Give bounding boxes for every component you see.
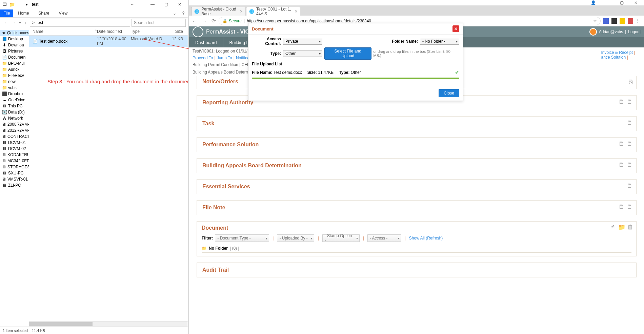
- col-type[interactable]: Type: [131, 29, 168, 34]
- no-folder-row[interactable]: 📁 No Folder | (0) |: [202, 246, 631, 253]
- tree-item[interactable]: 📘Desktop: [0, 36, 29, 42]
- tree-item[interactable]: 🖥This PC: [0, 103, 29, 109]
- tree-item[interactable]: 🖥SXU-PC: [0, 170, 29, 176]
- tablet-mode-icon[interactable]: ↔: [125, 0, 139, 9]
- show-all-link[interactable]: Show All (Refresh): [409, 236, 443, 241]
- export-icon[interactable]: ⎘: [629, 79, 633, 86]
- nav-recent-icon[interactable]: ▾: [19, 20, 21, 25]
- path-segment[interactable]: test: [37, 20, 43, 25]
- trash-icon[interactable]: 🗑: [627, 224, 633, 231]
- search-input[interactable]: Search test: [132, 19, 186, 27]
- folder-name-select[interactable]: - No Folder -: [420, 38, 459, 45]
- col-size[interactable]: Size: [168, 29, 188, 34]
- tree-item[interactable]: 🖥STORAGESVI: [0, 164, 29, 170]
- add-doc-icon-2[interactable]: 🗎: [627, 98, 633, 105]
- section-essential-services[interactable]: Essential Services🗎: [197, 179, 637, 194]
- filter-uploaded-by[interactable]: - Uploaded By -: [277, 234, 314, 242]
- tree-item[interactable]: ⬛Dropbox: [0, 91, 29, 97]
- username[interactable]: Adrian@vcbs: [599, 29, 623, 34]
- modal-close-icon[interactable]: ✕: [452, 25, 459, 32]
- logout-link[interactable]: Logout: [628, 29, 641, 34]
- browser-minimize[interactable]: —: [601, 0, 614, 5]
- section-audit-trail[interactable]: Audit Trail: [197, 263, 637, 277]
- browser-maximize[interactable]: ▢: [615, 0, 628, 5]
- add-icon[interactable]: 🗎: [619, 203, 625, 210]
- tree-item[interactable]: 📁vcbs: [0, 85, 29, 91]
- browser-tab-1[interactable]: 🌐PermAssist - Cloud Base×: [191, 7, 245, 16]
- add-icon-2[interactable]: 🗎: [627, 203, 633, 210]
- tree-item[interactable]: 🖥VMSVR-01: [0, 176, 29, 182]
- reload-icon[interactable]: ⟳: [212, 18, 216, 24]
- browser-close[interactable]: ✕: [629, 0, 643, 5]
- filter-document-type[interactable]: - Document Type -: [215, 234, 269, 242]
- tree-item[interactable]: 🖧Network: [0, 115, 29, 121]
- folder-icon[interactable]: 📁: [618, 224, 625, 231]
- back-icon[interactable]: ←: [192, 18, 197, 24]
- section-babd[interactable]: Building Appeals Board Determination🗎🗎: [197, 158, 637, 173]
- column-headers[interactable]: Name˄ Date modified Type Size: [29, 28, 188, 36]
- tree-item[interactable]: 🖥MC342-0EDC: [0, 158, 29, 164]
- filter-stamp-option[interactable]: - Stamp Option -: [322, 234, 360, 242]
- section-file-note[interactable]: File Note🗎🗎: [197, 200, 637, 215]
- nav-fwd-icon[interactable]: →: [12, 20, 16, 25]
- tree-item[interactable]: 🖥CONTRACTO: [0, 133, 29, 140]
- menu-icon[interactable]: ⋮: [636, 18, 641, 24]
- browser-tab-2[interactable]: 🌐TestVIC001 - Lot 1, 44A S×: [246, 7, 300, 16]
- add-icon[interactable]: 🗎: [619, 161, 625, 168]
- tree-item[interactable]: 💽Data (D:): [0, 109, 29, 115]
- col-date[interactable]: Date modified: [97, 29, 131, 34]
- ribbon-help-icon[interactable]: ?: [179, 11, 188, 16]
- tree-item[interactable]: 🖥2012R2VM-0: [0, 127, 29, 133]
- nav-tree[interactable]: ★Quick access📘Desktop⬇Downloa🖼Pictures📄D…: [0, 28, 29, 327]
- nav-back-icon[interactable]: ←: [4, 20, 8, 25]
- ribbon-file[interactable]: File: [0, 9, 13, 17]
- ext-icon[interactable]: [628, 18, 633, 24]
- add-icon-2[interactable]: 🗎: [627, 161, 633, 168]
- modal-header[interactable]: Document ✕: [248, 23, 463, 35]
- add-doc-icon[interactable]: 🗎: [619, 98, 625, 105]
- ribbon-home[interactable]: Home: [13, 11, 34, 16]
- tab-close-icon[interactable]: ×: [295, 9, 297, 14]
- tab-close-icon[interactable]: ×: [240, 9, 242, 14]
- explorer-titlebar[interactable]: 🗔 📁 = ▾ test ↔ — ▢ ✕: [0, 0, 188, 9]
- tree-item[interactable]: 📁new: [0, 79, 29, 85]
- ribbon-share[interactable]: Share: [34, 11, 54, 16]
- section-task[interactable]: Task🗎: [197, 116, 637, 131]
- tree-item[interactable]: ⬇Downloa: [0, 42, 29, 48]
- ext-icon[interactable]: [620, 18, 625, 24]
- horizontal-scrollbar[interactable]: [29, 321, 188, 327]
- ext-icon[interactable]: [603, 18, 609, 24]
- tree-item[interactable]: 🖥DCVM-01: [0, 140, 29, 146]
- menu-dashboard[interactable]: Dashboard: [189, 37, 223, 47]
- tree-item[interactable]: 🖥2008R2VM-0: [0, 121, 29, 127]
- star-icon[interactable]: ☆: [593, 19, 597, 23]
- section-performance-solution[interactable]: Performance Solution🗎🗎: [197, 137, 637, 152]
- maximize-button[interactable]: ▢: [159, 0, 173, 9]
- tree-item[interactable]: 📁Aurick: [0, 66, 29, 72]
- tab-strip[interactable]: 🌐PermAssist - Cloud Base× 🌐TestVIC001 - …: [189, 5, 644, 16]
- add-icon[interactable]: 🗎: [619, 140, 625, 147]
- address-bar[interactable]: > test: [30, 19, 130, 27]
- add-icon[interactable]: 🗎: [627, 182, 633, 189]
- tree-item[interactable]: ☁OneDrive: [0, 97, 29, 103]
- select-file-button[interactable]: Select File and Upload: [324, 47, 371, 60]
- modal-close-button[interactable]: Close: [439, 89, 459, 97]
- tree-item[interactable]: ★Quick access: [0, 30, 29, 36]
- tree-item[interactable]: 📄Documen: [0, 54, 29, 60]
- tree-item[interactable]: 📁BPO-Mul: [0, 60, 29, 66]
- minimize-button[interactable]: —: [146, 0, 159, 9]
- type-select[interactable]: Other: [283, 50, 322, 57]
- nav-up-icon[interactable]: ↑: [24, 20, 26, 25]
- fwd-icon[interactable]: →: [202, 18, 207, 24]
- file-list[interactable]: Name˄ Date modified Type Size 📄Test demo…: [29, 28, 188, 327]
- tree-item[interactable]: 🖼Pictures: [0, 48, 29, 54]
- add-icon-2[interactable]: 🗎: [627, 140, 633, 147]
- qat-dropdown-icon[interactable]: ▾: [24, 1, 30, 7]
- add-icon[interactable]: 🗎: [627, 119, 633, 126]
- tree-item[interactable]: 🖥ZLI-PC: [0, 182, 29, 188]
- access-control-select[interactable]: Private: [283, 38, 322, 45]
- add-doc-icon[interactable]: 🗎: [610, 224, 616, 231]
- ext-icon[interactable]: [611, 18, 617, 24]
- avatar[interactable]: [589, 28, 597, 36]
- tree-item[interactable]: 📁FileRecv: [0, 72, 29, 79]
